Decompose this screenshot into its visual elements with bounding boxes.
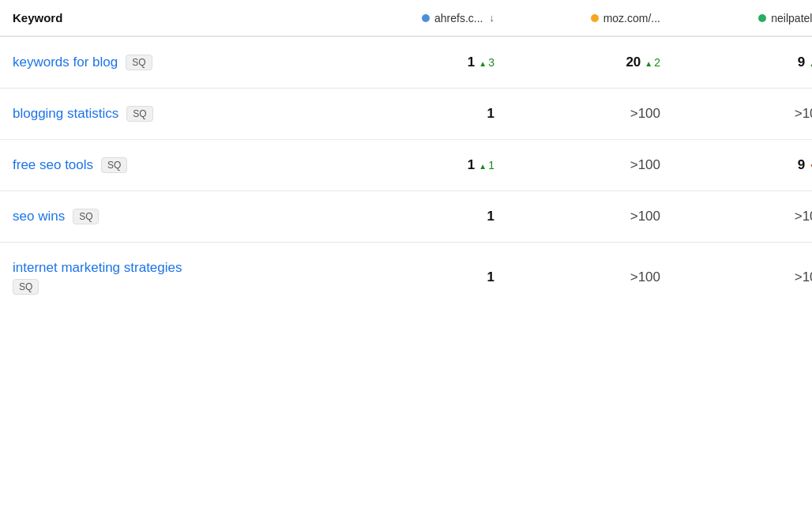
site1-rank: 1 [336, 269, 494, 285]
site2-label: moz.com/... [603, 12, 660, 24]
keyword-rank-table: Keyword ahrefs.c... ↓ moz.com/... neilpa… [0, 0, 812, 312]
rank-value: >100 [795, 209, 812, 224]
keyword-link[interactable]: internet marketing strategies [13, 260, 182, 276]
rank-value: 9 [798, 55, 805, 70]
change-value: 1 [488, 159, 494, 171]
site1-label: ahrefs.c... [434, 12, 483, 24]
site1-rank: 1 3 [336, 55, 494, 70]
sq-badge: SQ [13, 279, 39, 295]
site2-dot [591, 14, 599, 22]
site3-column-header[interactable]: neilpatel.... [660, 12, 812, 24]
table-row: internet marketing strategies SQ 1 >100 … [0, 243, 812, 312]
site1-column-header[interactable]: ahrefs.c... ↓ [336, 12, 494, 24]
sq-badge: SQ [126, 106, 152, 122]
rank-value: 1 [487, 209, 494, 224]
keyword-cell: internet marketing strategies SQ [13, 260, 336, 295]
change-up-indicator: 2 [645, 56, 660, 69]
sq-badge: SQ [73, 209, 99, 224]
rank-value: >100 [630, 106, 660, 122]
rank-value: 1 [487, 269, 494, 285]
keyword-cell: free seo tools SQ [13, 157, 336, 173]
sq-badge: SQ [101, 157, 127, 173]
site1-rank: 1 [336, 209, 494, 224]
site1-dot [422, 14, 430, 22]
rank-value: >100 [795, 269, 812, 285]
keyword-cell: keywords for blog SQ [13, 55, 336, 70]
site3-rank: >100 [660, 269, 812, 285]
keyword-link[interactable]: free seo tools [13, 157, 93, 173]
arrow-up-icon [479, 159, 487, 171]
arrow-down-icon [809, 159, 812, 171]
arrow-up-icon [479, 56, 487, 69]
site2-column-header[interactable]: moz.com/... [494, 12, 660, 24]
change-down-indicator: 1 [809, 159, 812, 171]
keyword-link[interactable]: keywords for blog [13, 55, 118, 70]
site2-rank: >100 [494, 106, 660, 122]
keyword-link[interactable]: seo wins [13, 209, 65, 224]
table-row: blogging statistics SQ 1 >100 >100 [0, 89, 812, 140]
site1-rank: 1 1 [336, 157, 494, 173]
keyword-row-inner: internet marketing strategies [13, 260, 182, 276]
site2-rank: >100 [494, 209, 660, 224]
keyword-link[interactable]: blogging statistics [13, 106, 118, 122]
site3-label: neilpatel.... [771, 12, 812, 24]
table-row: seo wins SQ 1 >100 >100 [0, 191, 812, 243]
rank-value: 9 [798, 157, 805, 173]
change-up-indicator: 1 [479, 159, 494, 171]
rank-value: >100 [795, 106, 812, 122]
table-row: free seo tools SQ 1 1 >100 9 1 [0, 140, 812, 191]
rank-value: 1 [487, 106, 494, 122]
table-row: keywords for blog SQ 1 3 20 2 9 3 [0, 37, 812, 89]
rank-value: 1 [468, 55, 475, 70]
keyword-cell: seo wins SQ [13, 209, 336, 224]
site3-rank: 9 1 [660, 157, 812, 173]
keyword-cell: blogging statistics SQ [13, 106, 336, 122]
change-value: 3 [488, 56, 494, 69]
site2-rank: >100 [494, 157, 660, 173]
rank-value: 20 [626, 55, 641, 70]
site3-rank: 9 3 [660, 55, 812, 70]
site2-rank: >100 [494, 269, 660, 285]
rank-value: >100 [630, 157, 660, 173]
site1-rank: 1 [336, 106, 494, 122]
site3-rank: >100 [660, 209, 812, 224]
site3-rank: >100 [660, 106, 812, 122]
site2-rank: 20 2 [494, 55, 660, 70]
change-value: 2 [654, 56, 660, 69]
rank-value: 1 [468, 157, 475, 173]
site3-dot [758, 14, 766, 22]
keyword-column-header: Keyword [13, 11, 336, 24]
change-up-indicator: 3 [809, 56, 812, 69]
sq-badge: SQ [126, 55, 152, 70]
table-header: Keyword ahrefs.c... ↓ moz.com/... neilpa… [0, 0, 812, 37]
arrow-up-icon [645, 56, 652, 69]
arrow-up-icon [809, 56, 812, 69]
change-up-indicator: 3 [479, 56, 494, 69]
rank-value: >100 [630, 269, 660, 285]
rank-value: >100 [630, 209, 660, 224]
